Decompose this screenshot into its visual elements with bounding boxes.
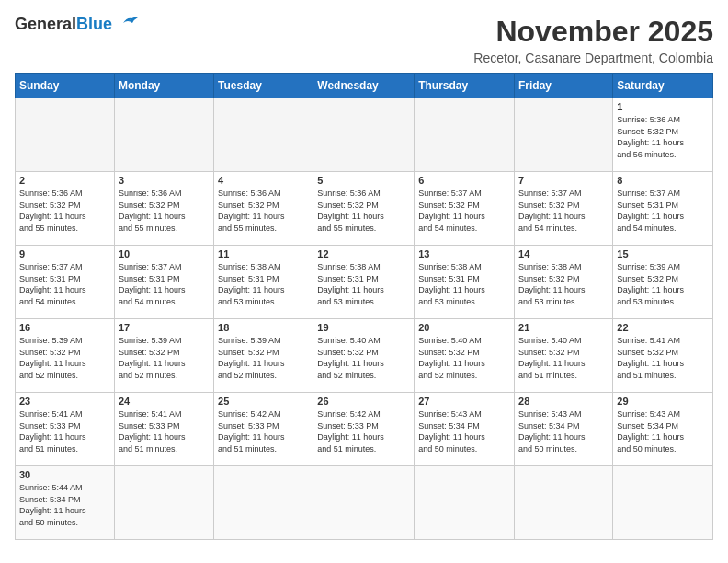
calendar-cell: 29Sunrise: 5:43 AM Sunset: 5:34 PM Dayli… [613, 393, 713, 466]
day-info: Sunrise: 5:39 AM Sunset: 5:32 PM Dayligh… [617, 261, 709, 307]
calendar-cell: 19Sunrise: 5:40 AM Sunset: 5:32 PM Dayli… [313, 319, 415, 393]
day-info: Sunrise: 5:36 AM Sunset: 5:32 PM Dayligh… [119, 188, 210, 234]
day-number: 12 [317, 248, 410, 259]
day-number: 6 [418, 175, 510, 186]
day-number: 25 [218, 396, 309, 407]
calendar-cell [214, 466, 313, 540]
calendar-cell: 7Sunrise: 5:37 AM Sunset: 5:32 PM Daylig… [515, 172, 613, 246]
logo-text: GeneralBlue [15, 15, 112, 34]
day-number: 28 [518, 396, 609, 407]
day-number: 19 [317, 322, 410, 333]
day-info: Sunrise: 5:37 AM Sunset: 5:31 PM Dayligh… [119, 261, 210, 307]
calendar-cell: 26Sunrise: 5:42 AM Sunset: 5:33 PM Dayli… [313, 393, 415, 466]
calendar-cell [415, 466, 515, 540]
day-info: Sunrise: 5:41 AM Sunset: 5:32 PM Dayligh… [617, 335, 709, 381]
day-number: 16 [19, 322, 110, 333]
calendar-cell: 10Sunrise: 5:37 AM Sunset: 5:31 PM Dayli… [114, 246, 213, 319]
day-number: 24 [119, 396, 210, 407]
logo: GeneralBlue [15, 15, 142, 34]
day-number: 7 [518, 175, 609, 186]
day-info: Sunrise: 5:36 AM Sunset: 5:32 PM Dayligh… [19, 188, 110, 234]
day-info: Sunrise: 5:37 AM Sunset: 5:32 PM Dayligh… [418, 188, 510, 234]
day-number: 3 [119, 175, 210, 186]
month-title: November 2025 [473, 15, 713, 49]
calendar-cell [415, 98, 515, 172]
day-number: 20 [418, 322, 510, 333]
day-number: 13 [418, 248, 510, 259]
day-number: 21 [518, 322, 609, 333]
day-info: Sunrise: 5:37 AM Sunset: 5:31 PM Dayligh… [617, 188, 709, 234]
day-info: Sunrise: 5:40 AM Sunset: 5:32 PM Dayligh… [518, 335, 609, 381]
day-info: Sunrise: 5:39 AM Sunset: 5:32 PM Dayligh… [19, 335, 110, 381]
day-of-week-thursday: Thursday [415, 74, 515, 98]
calendar-week-1: 1Sunrise: 5:36 AM Sunset: 5:32 PM Daylig… [16, 98, 713, 172]
calendar-week-2: 2Sunrise: 5:36 AM Sunset: 5:32 PM Daylig… [16, 172, 713, 246]
day-info: Sunrise: 5:40 AM Sunset: 5:32 PM Dayligh… [317, 335, 410, 381]
calendar-cell: 15Sunrise: 5:39 AM Sunset: 5:32 PM Dayli… [613, 246, 713, 319]
day-info: Sunrise: 5:44 AM Sunset: 5:34 PM Dayligh… [19, 482, 110, 528]
calendar-cell [613, 466, 713, 540]
calendar-cell: 20Sunrise: 5:40 AM Sunset: 5:32 PM Dayli… [415, 319, 515, 393]
calendar-cell: 13Sunrise: 5:38 AM Sunset: 5:31 PM Dayli… [415, 246, 515, 319]
day-number: 30 [19, 469, 110, 480]
day-number: 26 [317, 396, 410, 407]
day-number: 4 [218, 175, 309, 186]
day-number: 5 [317, 175, 410, 186]
calendar-cell: 1Sunrise: 5:36 AM Sunset: 5:32 PM Daylig… [613, 98, 713, 172]
day-number: 15 [617, 248, 709, 259]
calendar-cell [16, 98, 115, 172]
calendar-cell: 28Sunrise: 5:43 AM Sunset: 5:34 PM Dayli… [515, 393, 613, 466]
calendar-cell: 11Sunrise: 5:38 AM Sunset: 5:31 PM Dayli… [214, 246, 313, 319]
calendar-header: SundayMondayTuesdayWednesdayThursdayFrid… [16, 74, 713, 98]
day-info: Sunrise: 5:42 AM Sunset: 5:33 PM Dayligh… [218, 408, 309, 454]
day-of-week-monday: Monday [114, 74, 213, 98]
calendar-cell: 22Sunrise: 5:41 AM Sunset: 5:32 PM Dayli… [613, 319, 713, 393]
title-area: November 2025 Recetor, Casanare Departme… [473, 15, 713, 65]
calendar-cell: 16Sunrise: 5:39 AM Sunset: 5:32 PM Dayli… [16, 319, 115, 393]
calendar-week-4: 16Sunrise: 5:39 AM Sunset: 5:32 PM Dayli… [16, 319, 713, 393]
subtitle: Recetor, Casanare Department, Colombia [473, 51, 713, 65]
calendar-week-5: 23Sunrise: 5:41 AM Sunset: 5:33 PM Dayli… [16, 393, 713, 466]
calendar-cell: 23Sunrise: 5:41 AM Sunset: 5:33 PM Dayli… [16, 393, 115, 466]
calendar-week-3: 9Sunrise: 5:37 AM Sunset: 5:31 PM Daylig… [16, 246, 713, 319]
day-number: 14 [518, 248, 609, 259]
calendar-cell: 4Sunrise: 5:36 AM Sunset: 5:32 PM Daylig… [214, 172, 313, 246]
day-info: Sunrise: 5:39 AM Sunset: 5:32 PM Dayligh… [218, 335, 309, 381]
calendar-cell [114, 98, 213, 172]
day-info: Sunrise: 5:38 AM Sunset: 5:31 PM Dayligh… [317, 261, 410, 307]
day-info: Sunrise: 5:43 AM Sunset: 5:34 PM Dayligh… [418, 408, 510, 454]
day-number: 27 [418, 396, 510, 407]
calendar-cell [313, 466, 415, 540]
calendar-cell: 12Sunrise: 5:38 AM Sunset: 5:31 PM Dayli… [313, 246, 415, 319]
calendar-cell: 2Sunrise: 5:36 AM Sunset: 5:32 PM Daylig… [16, 172, 115, 246]
day-of-week-wednesday: Wednesday [313, 74, 415, 98]
day-info: Sunrise: 5:38 AM Sunset: 5:31 PM Dayligh… [418, 261, 510, 307]
day-info: Sunrise: 5:36 AM Sunset: 5:32 PM Dayligh… [218, 188, 309, 234]
day-info: Sunrise: 5:39 AM Sunset: 5:32 PM Dayligh… [119, 335, 210, 381]
day-of-week-friday: Friday [515, 74, 613, 98]
day-info: Sunrise: 5:42 AM Sunset: 5:33 PM Dayligh… [317, 408, 410, 454]
day-number: 2 [19, 175, 110, 186]
day-info: Sunrise: 5:36 AM Sunset: 5:32 PM Dayligh… [617, 114, 709, 160]
day-info: Sunrise: 5:43 AM Sunset: 5:34 PM Dayligh… [518, 408, 609, 454]
days-of-week-row: SundayMondayTuesdayWednesdayThursdayFrid… [16, 74, 713, 98]
day-info: Sunrise: 5:43 AM Sunset: 5:34 PM Dayligh… [617, 408, 709, 454]
day-info: Sunrise: 5:41 AM Sunset: 5:33 PM Dayligh… [19, 408, 110, 454]
calendar-cell: 8Sunrise: 5:37 AM Sunset: 5:31 PM Daylig… [613, 172, 713, 246]
day-info: Sunrise: 5:41 AM Sunset: 5:33 PM Dayligh… [119, 408, 210, 454]
day-number: 29 [617, 396, 709, 407]
calendar-cell: 18Sunrise: 5:39 AM Sunset: 5:32 PM Dayli… [214, 319, 313, 393]
day-info: Sunrise: 5:40 AM Sunset: 5:32 PM Dayligh… [418, 335, 510, 381]
calendar-cell: 9Sunrise: 5:37 AM Sunset: 5:31 PM Daylig… [16, 246, 115, 319]
calendar-cell [515, 466, 613, 540]
day-of-week-tuesday: Tuesday [214, 74, 313, 98]
calendar-cell [515, 98, 613, 172]
day-info: Sunrise: 5:37 AM Sunset: 5:32 PM Dayligh… [518, 188, 609, 234]
day-number: 11 [218, 248, 309, 259]
day-number: 22 [617, 322, 709, 333]
header: GeneralBlue November 2025 Recetor, Casan… [15, 15, 713, 65]
calendar: SundayMondayTuesdayWednesdayThursdayFrid… [15, 73, 713, 540]
calendar-cell: 30Sunrise: 5:44 AM Sunset: 5:34 PM Dayli… [16, 466, 115, 540]
logo-bird-icon [114, 12, 142, 30]
day-number: 23 [19, 396, 110, 407]
